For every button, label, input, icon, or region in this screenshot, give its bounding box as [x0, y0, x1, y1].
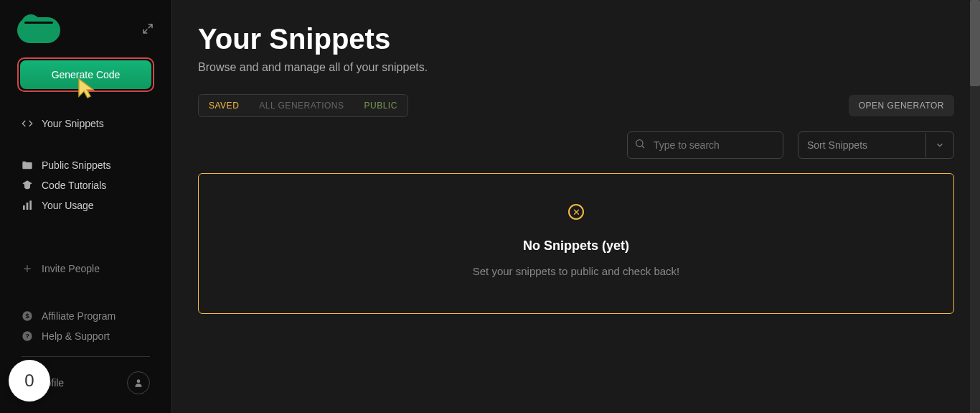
question-icon: ?	[22, 330, 33, 342]
svg-rect-3	[29, 200, 32, 210]
svg-text:$: $	[25, 312, 29, 320]
divider	[22, 356, 150, 357]
chart-icon	[22, 200, 33, 211]
empty-subtitle: Set your snippets to public and check ba…	[213, 265, 939, 277]
empty-state: ✕ No Snippets (yet) Set your snippets to…	[198, 173, 954, 314]
sidebar-item-label: Code Tutorials	[42, 180, 106, 191]
folder-icon	[22, 159, 33, 171]
nav-section-invite: Invite People	[0, 259, 171, 279]
sidebar-item-label: Invite People	[42, 263, 100, 274]
sort-select[interactable]: Sort Snippets	[798, 131, 954, 159]
sidebar-item-label: Your Snippets	[42, 118, 104, 129]
nav-section-main: Your Snippets	[0, 113, 171, 134]
tabs: SAVED ALL GENERATIONS PUBLIC	[198, 94, 408, 117]
svg-rect-1	[23, 205, 25, 210]
svg-line-12	[642, 146, 644, 148]
svg-rect-2	[27, 203, 29, 210]
svg-point-10	[137, 379, 141, 383]
open-generator-button[interactable]: OPEN GENERATOR	[849, 95, 954, 116]
tab-saved[interactable]: SAVED	[199, 95, 249, 116]
dollar-icon: $	[22, 310, 33, 322]
logo[interactable]	[17, 14, 60, 43]
search-box	[627, 131, 783, 159]
svg-text:?: ?	[25, 333, 29, 340]
code-icon	[22, 118, 33, 129]
sidebar-item-your-snippets[interactable]: Your Snippets	[9, 113, 163, 134]
sidebar-item-invite-people[interactable]: Invite People	[9, 259, 163, 279]
sidebar-item-label: Affiliate Program	[42, 310, 116, 322]
sidebar-item-help[interactable]: ? Help & Support	[9, 326, 163, 346]
empty-title: No Snippets (yet)	[213, 238, 939, 254]
svg-point-11	[636, 140, 643, 147]
sidebar-item-affiliate[interactable]: $ Affiliate Program	[9, 306, 163, 326]
sidebar-item-public-snippets[interactable]: Public Snippets	[9, 155, 163, 175]
controls: Sort Snippets	[198, 131, 954, 159]
search-input[interactable]	[627, 131, 783, 159]
collapse-icon[interactable]	[141, 22, 154, 35]
page-subtitle: Browse and and manage all of your snippe…	[198, 61, 954, 74]
generate-button-highlight: Generate Code	[17, 57, 154, 92]
sidebar: Generate Code Your Snippets Public Snipp…	[0, 0, 172, 413]
user-icon	[133, 378, 143, 388]
scrollbar-thumb[interactable]	[970, 0, 980, 86]
sidebar-item-your-usage[interactable]: Your Usage	[9, 195, 163, 215]
tab-all-generations[interactable]: ALL GENERATIONS	[249, 95, 354, 116]
toolbar: SAVED ALL GENERATIONS PUBLIC OPEN GENERA…	[198, 94, 954, 117]
avatar[interactable]	[127, 371, 150, 394]
sidebar-item-code-tutorials[interactable]: Code Tutorials	[9, 175, 163, 195]
search-icon	[634, 138, 646, 152]
notification-badge[interactable]: 0	[9, 360, 50, 402]
nav-section-browse: Public Snippets Code Tutorials Your Usag…	[0, 155, 171, 215]
sidebar-item-label: Help & Support	[42, 330, 110, 342]
sidebar-header	[0, 14, 171, 57]
chevron-down-icon	[925, 133, 953, 157]
sidebar-item-label: Your Usage	[42, 200, 94, 211]
scrollbar[interactable]	[970, 0, 980, 413]
plus-icon	[22, 263, 33, 274]
graduation-icon	[22, 180, 33, 191]
main-content: Your Snippets Browse and and manage all …	[172, 0, 980, 413]
sidebar-item-label: Public Snippets	[42, 159, 111, 171]
page-title: Your Snippets	[198, 23, 954, 55]
sort-label: Sort Snippets	[798, 132, 876, 158]
tab-public[interactable]: PUBLIC	[354, 95, 407, 116]
svg-rect-0	[22, 162, 32, 169]
close-circle-icon: ✕	[568, 204, 584, 220]
